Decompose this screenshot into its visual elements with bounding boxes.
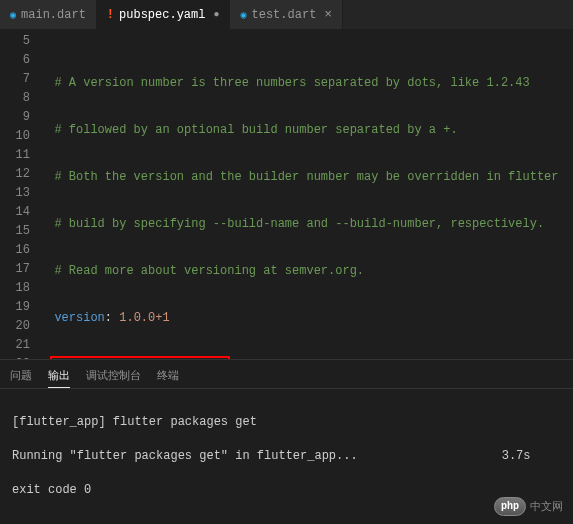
- code-comment: # followed by an optional build number s…: [54, 123, 457, 137]
- modified-dot-icon: ●: [213, 9, 219, 20]
- code-comment: # build by specifying --build-name and -…: [54, 217, 544, 231]
- panel-tab-output[interactable]: 输出: [48, 364, 70, 388]
- php-badge-icon: php: [494, 497, 526, 516]
- dart-icon: ◉: [10, 9, 16, 21]
- terminal-line: exit code 0: [12, 482, 561, 499]
- tab-label: pubspec.yaml: [119, 8, 205, 22]
- code-comment: # Read more about versioning at semver.o…: [54, 264, 364, 278]
- tab-bar: ◉ main.dart ! pubspec.yaml ● ◉ test.dart…: [0, 0, 573, 30]
- dart-icon: ◉: [240, 9, 246, 21]
- terminal-output[interactable]: [flutter_app] flutter packages get Runni…: [0, 388, 573, 524]
- watermark: php 中文网: [494, 497, 563, 516]
- close-icon[interactable]: ×: [324, 7, 332, 22]
- tab-main-dart[interactable]: ◉ main.dart: [0, 0, 97, 29]
- yaml-icon: !: [107, 8, 114, 22]
- code-comment: # A version number is three numbers sepa…: [54, 76, 529, 90]
- tab-pubspec-yaml[interactable]: ! pubspec.yaml ●: [97, 0, 231, 29]
- tab-test-dart[interactable]: ◉ test.dart ×: [230, 0, 343, 29]
- editor-area[interactable]: 56789101112131415161718192021222324 # A …: [0, 30, 573, 359]
- terminal-line: Running "flutter packages get" in flutte…: [12, 448, 561, 465]
- line-gutter: 56789101112131415161718192021222324: [0, 30, 40, 359]
- tab-label: main.dart: [21, 8, 86, 22]
- code-area[interactable]: # A version number is three numbers sepa…: [40, 30, 573, 359]
- terminal-line: [flutter_app] flutter packages get: [12, 414, 561, 431]
- panel-tabs: 问题 输出 调试控制台 终端: [0, 359, 573, 388]
- panel-tab-debug[interactable]: 调试控制台: [86, 364, 141, 388]
- code-comment: # Both the version and the builder numbe…: [54, 170, 558, 184]
- panel-tab-terminal[interactable]: 终端: [157, 364, 179, 388]
- tab-label: test.dart: [252, 8, 317, 22]
- watermark-text: 中文网: [530, 499, 563, 514]
- panel-tab-problems[interactable]: 问题: [10, 364, 32, 388]
- yaml-value: 1.0.0+1: [119, 311, 169, 325]
- yaml-key: version: [54, 311, 104, 325]
